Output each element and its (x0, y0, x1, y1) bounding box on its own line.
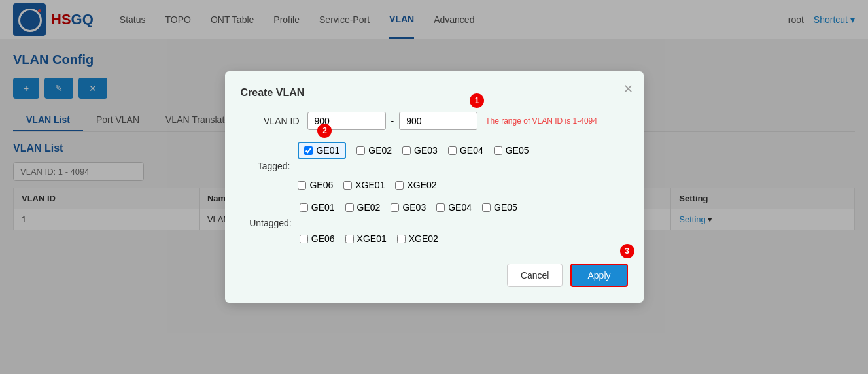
tagged-ge05-label: GE05 (506, 145, 529, 156)
tagged-ge01[interactable]: GE01 (298, 142, 346, 159)
step2-wrapper: 2 GE01 GE02 GE03 (298, 142, 627, 190)
untagged-ge03-checkbox[interactable] (391, 203, 399, 212)
untagged-xge02-label: XGE02 (409, 233, 438, 243)
vlan-id-to-input[interactable] (399, 112, 477, 130)
untagged-ge02[interactable]: GE02 (345, 202, 381, 212)
tagged-ge06-label: GE06 (309, 180, 333, 190)
vlan-range-hint: The range of VLAN ID is 1-4094 (485, 116, 597, 126)
tagged-ge06[interactable]: GE06 (298, 180, 333, 190)
untagged-ge03-label: GE03 (402, 202, 426, 212)
vlan-id-row: VLAN ID 1 - The range of VLAN ID is 1-40… (241, 112, 628, 130)
untagged-ge01-label: GE01 (311, 202, 335, 212)
tagged-xge02-checkbox[interactable] (395, 181, 404, 190)
tagged-ge04-checkbox[interactable] (448, 146, 457, 155)
tagged-ge03-label: GE03 (414, 145, 438, 156)
tagged-ge02-label: GE02 (368, 145, 392, 156)
vlan-id-label: VLAN ID (241, 116, 300, 126)
untagged-ge04-label: GE04 (448, 202, 472, 212)
close-button[interactable]: ✕ (623, 82, 633, 96)
untagged-xge01-checkbox[interactable] (345, 235, 354, 243)
tagged-ge05[interactable]: GE05 (494, 145, 529, 156)
untagged-ge01-checkbox[interactable] (300, 203, 308, 212)
tagged-ge05-checkbox[interactable] (494, 146, 502, 155)
untagged-ge06-label: GE06 (311, 233, 335, 243)
untagged-ge03[interactable]: GE03 (391, 202, 426, 212)
untagged-xge02-checkbox[interactable] (397, 235, 406, 243)
untagged-ge02-checkbox[interactable] (345, 203, 354, 212)
untagged-ports: GE01 GE02 GE03 GE04 GE05 (300, 202, 628, 243)
untagged-label: Untagged: (241, 218, 292, 228)
step1-wrapper: 1 - (307, 112, 478, 130)
tagged-xge01[interactable]: XGE01 (343, 180, 385, 190)
create-vlan-modal: Create VLAN ✕ VLAN ID 1 - The range of V… (225, 71, 644, 243)
step1-badge: 1 (470, 94, 484, 108)
tagged-label: Tagged: (241, 161, 290, 171)
untagged-ge05-checkbox[interactable] (482, 203, 491, 212)
vlan-id-inputs: - (307, 112, 478, 130)
untagged-xge01-label: XGE01 (357, 233, 387, 243)
untagged-ge05-label: GE05 (494, 202, 517, 212)
untagged-xge01[interactable]: XGE01 (345, 233, 387, 243)
untagged-ge01[interactable]: GE01 (300, 202, 335, 212)
untagged-ge04-checkbox[interactable] (436, 203, 445, 212)
tagged-xge01-label: XGE01 (355, 180, 385, 190)
tagged-xge01-checkbox[interactable] (343, 181, 352, 190)
tagged-ge04[interactable]: GE04 (448, 145, 483, 156)
tagged-ge04-label: GE04 (460, 145, 483, 156)
tagged-ports: GE01 GE02 GE03 GE04 (298, 142, 627, 190)
untagged-ge06[interactable]: GE06 (300, 233, 335, 243)
tagged-ge02-checkbox[interactable] (356, 146, 365, 155)
step2-badge: 2 (317, 124, 332, 138)
tagged-ge01-label: GE01 (316, 145, 339, 156)
untagged-ge04[interactable]: GE04 (436, 202, 472, 212)
tagged-ge01-checkbox[interactable] (304, 146, 313, 155)
tagged-row: Tagged: 2 GE01 GE02 GE03 (241, 142, 628, 190)
modal-title: Create VLAN (241, 87, 628, 99)
vlan-separator: - (391, 116, 394, 126)
tagged-xge02[interactable]: XGE02 (395, 180, 436, 190)
tagged-ge02[interactable]: GE02 (356, 145, 392, 156)
tagged-xge02-label: XGE02 (407, 180, 436, 190)
tagged-ge06-checkbox[interactable] (298, 181, 306, 190)
tagged-ge03[interactable]: GE03 (402, 145, 438, 156)
untagged-xge02[interactable]: XGE02 (397, 233, 438, 243)
untagged-ge05[interactable]: GE05 (482, 202, 517, 212)
untagged-ge06-checkbox[interactable] (300, 235, 308, 243)
modal-backdrop: Create VLAN ✕ VLAN ID 1 - The range of V… (0, 0, 868, 243)
untagged-ge02-label: GE02 (357, 202, 381, 212)
untagged-row: Untagged: GE01 GE02 GE03 GE04 (241, 202, 628, 243)
tagged-ge03-checkbox[interactable] (402, 146, 411, 155)
